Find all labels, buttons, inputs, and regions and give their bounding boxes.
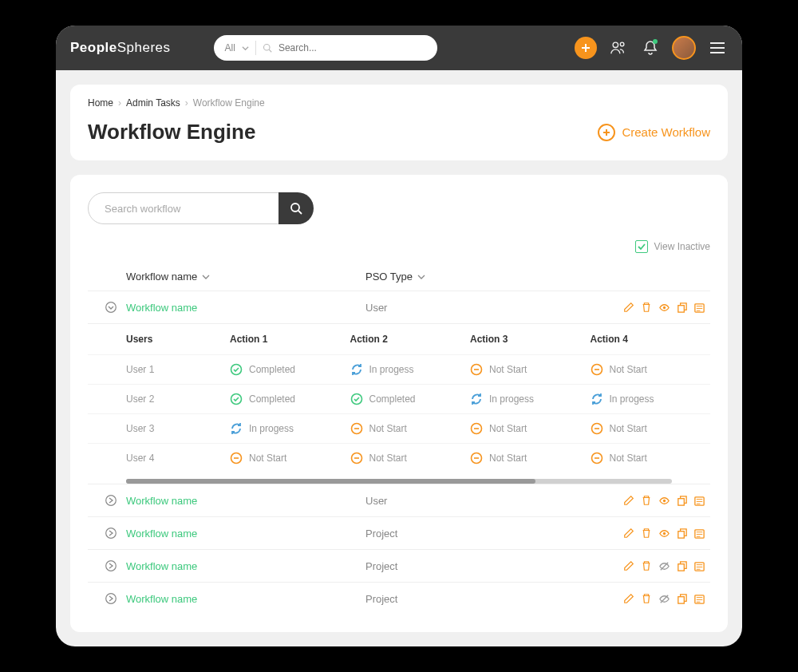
- user-name: User 2: [126, 393, 230, 405]
- status-cell: Not Start: [470, 363, 591, 376]
- breadcrumb-admin[interactable]: Admin Tasks: [126, 97, 180, 109]
- col-type[interactable]: PSO Type: [365, 271, 710, 283]
- workflow-link[interactable]: Workflow name: [126, 560, 197, 572]
- user-row: User 4 Not Start Not Start Not Start Not…: [88, 443, 710, 472]
- status-cell: Completed: [230, 393, 350, 405]
- expand-toggle[interactable]: [96, 527, 126, 540]
- expand-toggle[interactable]: [96, 301, 126, 314]
- status-cell: Not Start: [591, 452, 711, 464]
- workflow-type: Project: [365, 528, 622, 540]
- log-icon[interactable]: [693, 494, 705, 507]
- delete-icon[interactable]: [640, 301, 653, 314]
- workflow-table: Workflow name PSO Type Workflow name Use…: [88, 263, 710, 615]
- workflow-link[interactable]: Workflow name: [126, 593, 197, 605]
- workflow-search-button[interactable]: [279, 192, 314, 224]
- svg-point-42: [662, 532, 665, 534]
- svg-point-55: [106, 594, 117, 604]
- visibility-icon[interactable]: [658, 592, 670, 605]
- svg-rect-50: [678, 563, 684, 570]
- status-cell: Not Start: [470, 422, 591, 435]
- expand-toggle[interactable]: [96, 494, 126, 507]
- workflow-link[interactable]: Workflow name: [126, 302, 197, 314]
- status-cell: In progess: [230, 422, 350, 435]
- delete-icon[interactable]: [640, 592, 653, 605]
- edit-icon[interactable]: [622, 301, 635, 314]
- edit-icon[interactable]: [622, 527, 635, 540]
- workflow-search-field[interactable]: Search workflow: [88, 192, 279, 224]
- status-cell: Completed: [350, 393, 471, 405]
- copy-icon[interactable]: [675, 527, 688, 540]
- expand-toggle[interactable]: [96, 592, 126, 605]
- page-title: Workflow Engine: [88, 120, 255, 144]
- delete-icon[interactable]: [640, 559, 653, 572]
- expand-toggle[interactable]: [96, 559, 126, 572]
- svg-point-35: [662, 499, 665, 501]
- breadcrumb-home[interactable]: Home: [88, 97, 113, 109]
- workflow-type: User: [365, 302, 622, 314]
- add-button[interactable]: [575, 37, 597, 59]
- menu-button[interactable]: [707, 38, 728, 58]
- copy-icon[interactable]: [675, 494, 688, 507]
- people-button[interactable]: [608, 38, 629, 58]
- visibility-icon[interactable]: [658, 559, 670, 572]
- workflow-row: Workflow name Project: [88, 516, 710, 549]
- edit-icon[interactable]: [622, 592, 635, 605]
- edit-icon[interactable]: [622, 494, 635, 507]
- chevron-down-icon: [417, 273, 425, 281]
- workflow-row: Workflow name User: [88, 484, 710, 516]
- logo: PeopleSpheres: [70, 40, 171, 56]
- log-icon[interactable]: [693, 592, 705, 605]
- visibility-icon[interactable]: [658, 527, 670, 540]
- breadcrumb: Home › Admin Tasks › Workflow Engine: [70, 85, 728, 109]
- svg-point-2: [613, 42, 618, 47]
- status-cell: In progess: [470, 393, 591, 405]
- search-icon: [263, 43, 272, 53]
- people-icon: [610, 40, 627, 56]
- global-search-input[interactable]: [279, 42, 426, 53]
- log-icon[interactable]: [693, 301, 705, 314]
- svg-point-48: [106, 561, 117, 571]
- global-search[interactable]: All: [214, 35, 437, 61]
- status-cell: Not Start: [350, 422, 471, 435]
- user-name: User 4: [126, 452, 230, 464]
- status-cell: Not Start: [591, 422, 711, 435]
- log-icon[interactable]: [693, 559, 705, 572]
- view-inactive-label: View Inactive: [654, 241, 710, 252]
- delete-icon[interactable]: [640, 494, 653, 507]
- notifications-button[interactable]: [640, 38, 661, 58]
- search-scope[interactable]: All: [225, 42, 235, 53]
- plus-circle-icon: [602, 128, 610, 136]
- visibility-icon[interactable]: [658, 301, 670, 314]
- copy-icon[interactable]: [675, 559, 688, 572]
- status-cell: In progess: [350, 363, 471, 376]
- workflow-link[interactable]: Workflow name: [126, 528, 197, 540]
- search-icon: [290, 202, 302, 215]
- svg-point-7: [662, 306, 665, 308]
- log-icon[interactable]: [693, 527, 705, 540]
- view-inactive-checkbox[interactable]: [635, 240, 648, 253]
- workflow-link[interactable]: Workflow name: [126, 495, 197, 507]
- col-action3: Action 3: [470, 334, 591, 345]
- svg-rect-57: [678, 596, 684, 603]
- workflow-type: User: [365, 495, 622, 507]
- breadcrumb-current: Workflow Engine: [193, 97, 265, 109]
- delete-icon[interactable]: [640, 527, 653, 540]
- svg-point-3: [620, 42, 624, 46]
- col-action2: Action 2: [350, 334, 471, 345]
- user-name: User 3: [126, 422, 230, 435]
- status-cell: Completed: [230, 363, 350, 376]
- horizontal-scrollbar[interactable]: [126, 479, 672, 484]
- status-cell: Not Start: [591, 363, 711, 376]
- copy-icon[interactable]: [675, 592, 688, 605]
- col-action1: Action 1: [230, 334, 350, 345]
- col-name[interactable]: Workflow name: [126, 271, 365, 283]
- status-cell: Not Start: [230, 452, 350, 464]
- copy-icon[interactable]: [675, 301, 688, 314]
- avatar[interactable]: [672, 36, 696, 60]
- user-row: User 3 In progess Not Start Not Start No…: [88, 413, 710, 443]
- visibility-icon[interactable]: [658, 494, 670, 507]
- workflow-row: Workflow name User: [88, 291, 710, 323]
- edit-icon[interactable]: [622, 559, 635, 572]
- workflow-type: Project: [365, 593, 622, 605]
- create-workflow-button[interactable]: Create Workflow: [598, 124, 710, 141]
